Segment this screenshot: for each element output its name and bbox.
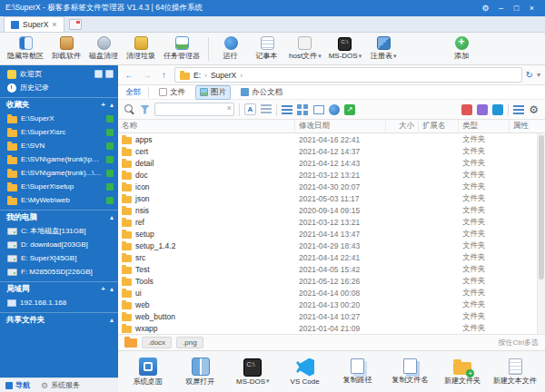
toolbar-button[interactable]: 卸载软件 xyxy=(48,34,85,64)
file-row[interactable]: doc 2021-03-12 13:21 文件夹 xyxy=(118,169,537,181)
grid-view-icon[interactable] xyxy=(297,104,302,109)
pinned-marker-icon[interactable] xyxy=(106,129,114,136)
drive-item[interactable]: F: M28505SD[226GB] xyxy=(0,265,118,279)
file-row[interactable]: detail 2021-04-12 14:43 文件夹 xyxy=(118,157,537,169)
pinned-marker-icon[interactable] xyxy=(106,115,114,122)
file-row[interactable]: Tools 2021-05-12 16:26 文件夹 xyxy=(118,275,537,287)
column-ext[interactable]: 扩展名 xyxy=(419,120,459,132)
bottom-toolbar-button[interactable]: 新建文件夹 xyxy=(437,353,490,391)
settings-gear-icon[interactable]: ⚙ xyxy=(478,4,493,13)
clear-input-icon[interactable]: × xyxy=(227,103,232,113)
pinned-marker-icon[interactable] xyxy=(106,197,114,204)
address-dropdown-icon[interactable]: ▾ xyxy=(537,71,540,79)
bottom-toolbar-button[interactable]: VS Code xyxy=(279,353,332,391)
tab-close-icon[interactable]: × xyxy=(52,20,56,29)
file-row[interactable]: setup_1.4.2 2021-04-29 18:43 文件夹 xyxy=(118,240,537,251)
filter-office[interactable]: 办公文档 xyxy=(237,86,286,99)
collapse-icon[interactable]: ▴ xyxy=(110,101,114,109)
search-icon[interactable] xyxy=(124,104,135,115)
column-name[interactable]: 名称 xyxy=(118,120,295,132)
bottom-toolbar-button[interactable]: 新建文本文件 xyxy=(489,353,541,391)
breadcrumb-folder[interactable]: SuperX xyxy=(211,71,236,80)
new-tab-icon[interactable] xyxy=(69,19,82,30)
tab-superx[interactable]: SuperX × xyxy=(4,16,64,32)
column-date[interactable]: 修改日期 xyxy=(295,120,386,132)
sidebar-item-history[interactable]: 历史记录 xyxy=(0,81,118,94)
column-size[interactable]: 大小 xyxy=(386,120,419,132)
list-view-icon[interactable] xyxy=(282,105,292,114)
add-lan-icon[interactable]: + xyxy=(101,285,105,293)
close-button[interactable]: × xyxy=(524,4,540,13)
section-favorites-header[interactable]: 收藏夹 + ▴ xyxy=(0,97,118,112)
forward-icon[interactable]: → xyxy=(140,70,154,80)
column-type[interactable]: 类型 xyxy=(459,120,510,132)
toolbar-button[interactable]: 隐藏导航区 xyxy=(4,34,48,64)
favorite-item[interactable]: E:\SVN\game(trunk)...\application xyxy=(0,166,118,180)
file-row[interactable]: cert 2021-04-12 14:37 文件夹 xyxy=(118,145,537,157)
pinned-marker-icon[interactable] xyxy=(106,170,114,177)
toolbar-button[interactable]: 注册表 ▾ xyxy=(365,34,401,64)
share-icon[interactable]: ↗ xyxy=(344,104,355,115)
pinned-marker-icon[interactable] xyxy=(106,183,114,191)
favorite-item[interactable]: E:\MyWeb\web xyxy=(0,193,118,207)
favorite-item[interactable]: E:\SuperX\src xyxy=(0,125,118,139)
extension-chip[interactable]: .png xyxy=(176,337,203,348)
filter-funnel-icon[interactable] xyxy=(140,105,150,114)
add-favorite-icon[interactable]: + xyxy=(101,101,105,109)
file-row[interactable]: src 2021-04-14 22:41 文件夹 xyxy=(118,251,537,263)
favorite-item[interactable]: E:\SVN xyxy=(0,139,118,152)
breadcrumb[interactable]: E: › SuperX › xyxy=(174,67,522,83)
favorite-tool-icon[interactable] xyxy=(461,104,472,115)
pinned-marker-icon[interactable] xyxy=(106,142,114,150)
file-row[interactable]: icon 2021-04-30 20:07 文件夹 xyxy=(118,181,537,192)
bottom-toolbar-button[interactable]: 复制路径 xyxy=(332,353,384,391)
drive-item[interactable]: D: download[203GB] xyxy=(0,238,118,251)
file-row[interactable]: wxapp 2021-01-04 21:09 文件夹 xyxy=(118,322,537,334)
vscode-tool-icon[interactable] xyxy=(492,104,503,115)
breadcrumb-drive[interactable]: E: xyxy=(193,71,201,80)
toolbar-button[interactable]: 磁盘清理 xyxy=(85,34,123,64)
compact-list-icon[interactable] xyxy=(513,105,524,114)
panel-layout-icon[interactable] xyxy=(105,70,114,78)
recent-folder-icon[interactable] xyxy=(124,338,137,348)
file-row[interactable]: Test 2021-04-05 15:42 文件夹 xyxy=(118,263,537,275)
bottom-toolbar-button[interactable]: 系统桌面 xyxy=(122,353,174,391)
minimize-button[interactable]: – xyxy=(493,4,509,13)
scrollbar-thumb[interactable] xyxy=(539,135,544,279)
file-row[interactable]: web 2021-04-13 00:20 文件夹 xyxy=(118,299,537,310)
bottom-toolbar-button[interactable]: 双屏打开 xyxy=(174,353,227,391)
section-lan-header[interactable]: 局域网 + ▴ xyxy=(0,281,118,296)
detail-view-icon[interactable] xyxy=(313,105,324,114)
bottom-toolbar-button[interactable]: MS-DOS ▾ xyxy=(227,353,280,391)
collapse-icon[interactable]: ▴ xyxy=(110,285,114,293)
add-button[interactable]: 添加 xyxy=(443,34,480,64)
collapse-icon[interactable]: ▴ xyxy=(110,316,114,324)
sync-icon[interactable] xyxy=(329,104,340,115)
vertical-scrollbar[interactable] xyxy=(537,133,545,334)
maximize-button[interactable]: □ xyxy=(509,4,524,13)
drive-item[interactable]: C: 本地磁盘[131GB] xyxy=(0,224,118,238)
lan-item[interactable]: 192.168.1.168 xyxy=(0,296,118,309)
drive-item[interactable]: E: SuperX[45GB] xyxy=(0,251,118,265)
filter-input[interactable] xyxy=(154,103,234,116)
toolbar-button[interactable]: 任务管理器 xyxy=(160,34,204,64)
up-icon[interactable]: ↑ xyxy=(157,70,171,80)
favorite-item[interactable]: E:\SuperX xyxy=(0,112,118,125)
favorite-item[interactable]: E:\SVN\game(trunk)\pc\SuperX xyxy=(0,152,118,166)
file-row[interactable]: apps 2021-04-16 22:41 文件夹 xyxy=(118,133,537,145)
panel-toggle-icon[interactable] xyxy=(94,70,103,78)
toolbar-button[interactable]: 清理垃圾 xyxy=(123,34,160,64)
file-row[interactable]: ui 2021-04-14 00:08 文件夹 xyxy=(118,287,537,299)
column-attr[interactable]: 属性 xyxy=(510,120,537,132)
toolbar-button[interactable]: 运行 xyxy=(213,34,249,64)
tab-navigation[interactable]: 导航 xyxy=(0,378,35,392)
file-row[interactable]: json 2021-05-03 11:17 文件夹 xyxy=(118,192,537,204)
pinned-marker-icon[interactable] xyxy=(106,156,114,163)
file-row[interactable]: nsis 2020-09-14 09:15 文件夹 xyxy=(118,204,537,216)
sidebar-item-welcome[interactable]: 欢迎页 xyxy=(0,67,118,81)
sort-icon[interactable] xyxy=(261,104,272,114)
section-shared-header[interactable]: 共享文件夹 ▴ xyxy=(0,312,118,327)
font-color-icon[interactable]: A xyxy=(244,103,256,115)
bottom-toolbar-button[interactable]: 复制文件名 xyxy=(384,353,437,391)
section-computer-header[interactable]: 我的电脑 ▴ xyxy=(0,210,118,224)
